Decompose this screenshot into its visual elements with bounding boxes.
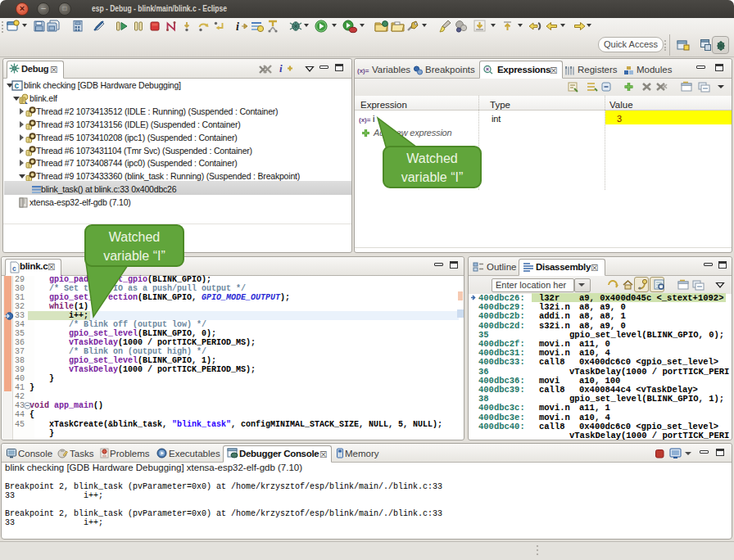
svg-text:i: i — [279, 62, 283, 75]
svg-text:(x)=: (x)= — [357, 67, 369, 75]
svg-text:(x)=: (x)= — [359, 116, 371, 124]
svg-text:c: c — [15, 81, 20, 90]
svg-text:i: i — [236, 20, 239, 33]
svg-text:c: c — [12, 264, 16, 273]
